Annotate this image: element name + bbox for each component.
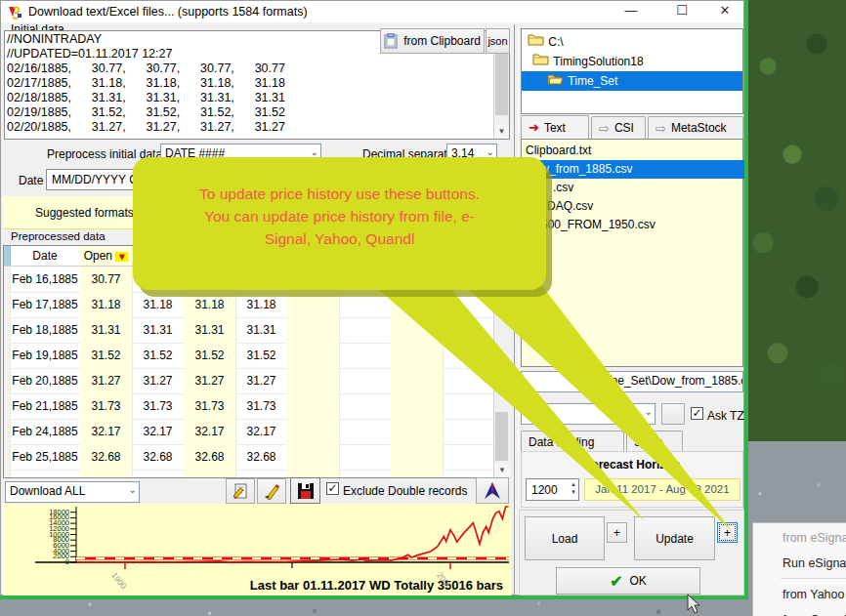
update-context-menu[interactable]: from eSignalRun eSignal Data Managerfrom… xyxy=(752,522,846,616)
tab-metastock[interactable]: ⇨ MetaStock xyxy=(648,116,743,139)
value-cell xyxy=(443,444,495,470)
outline-arrow-icon: ⇨ xyxy=(656,121,666,136)
edit-data-button[interactable] xyxy=(226,478,255,504)
exclude-doubles-label: Exclude Double records xyxy=(343,484,467,498)
chevron-down-icon: ⌄ xyxy=(733,374,740,385)
date-cell: Feb 20,1885 xyxy=(10,368,81,393)
tree-item[interactable]: C:\ xyxy=(522,32,742,52)
tree-item-label: TimingSolution18 xyxy=(553,55,643,68)
ask-tz-checkbox[interactable]: ✓ xyxy=(691,407,703,420)
outline-arrow-icon: ⇨ xyxy=(599,121,610,136)
value-cell xyxy=(339,343,392,368)
price-history-chart: Last bar 01.11.2017 WD Totally 35016 bar… xyxy=(3,504,511,595)
value-cell xyxy=(287,419,340,444)
scroll-down-icon[interactable]: ▼ xyxy=(494,464,510,477)
suggested-formats-label: Suggested formats xyxy=(35,206,134,220)
menu-separator xyxy=(781,578,846,579)
app-logo-icon xyxy=(7,4,22,20)
forecast-bars-spinner[interactable]: 1200 ▲▼ xyxy=(526,478,579,501)
table-row[interactable]: Feb 24,188532.1732.1732.1732.17 xyxy=(4,419,494,445)
maximize-button[interactable]: ☐ xyxy=(665,1,698,22)
menu-item[interactable]: Run eSignal Data Manager xyxy=(753,551,846,576)
value-cell xyxy=(443,343,495,368)
price-series-line xyxy=(76,507,509,562)
ok-button[interactable]: ✔ OK xyxy=(556,567,700,595)
file-list-item[interactable]: Clipboard.txt xyxy=(522,142,746,160)
tree-item-label: C:\ xyxy=(548,35,563,49)
file-list-item[interactable]: 500_FROM_1950.csv xyxy=(522,216,762,234)
folder-tree[interactable]: C:\ TimingSolution18 Time_Set xyxy=(521,28,743,114)
date-column-header[interactable]: Date xyxy=(10,246,81,266)
from-clipboard-label: from Clipboard xyxy=(403,34,481,48)
table-row[interactable]: Feb 17,188531.1831.1831.1831.18 xyxy=(4,292,494,318)
value-cell xyxy=(339,368,392,393)
load-button[interactable]: Load xyxy=(525,516,605,560)
from-clipboard-button[interactable]: from Clipboard xyxy=(380,28,485,54)
title-bar[interactable]: Download text/Excel files... (supports 1… xyxy=(1,1,743,22)
table-row[interactable]: Feb 19,188531.5231.5231.5231.52 xyxy=(4,343,494,369)
open-column-header[interactable]: Open ▼ xyxy=(80,246,133,266)
scroll-down-icon[interactable]: ▼ xyxy=(494,125,509,139)
file-list-item[interactable]: DAQ.csv xyxy=(522,197,768,216)
tree-item-label: Time_Set xyxy=(568,74,617,88)
tab-splits[interactable]: Splits xyxy=(626,431,683,452)
blue-arrow-icon xyxy=(482,481,503,501)
value-cell xyxy=(339,419,392,444)
tree-item[interactable]: Time_Set xyxy=(522,71,742,91)
tab-text[interactable]: ➜ Text xyxy=(521,115,589,139)
chart-view-button[interactable] xyxy=(476,477,509,504)
preprocessed-data-label: Preprocessed data xyxy=(11,230,106,242)
value-cell xyxy=(287,368,340,393)
spinner-arrows-icon[interactable]: ▲▼ xyxy=(571,480,576,496)
mouse-cursor xyxy=(684,594,703,616)
table-row[interactable]: Feb 21,188531.7331.7331.7331.73 xyxy=(4,393,494,420)
close-button[interactable]: ✕ xyxy=(708,1,741,22)
table-row[interactable]: Feb 25,188532.6832.6832.6832.68 xyxy=(4,444,494,471)
date-format-label: Date xyxy=(19,174,43,187)
value-cell: 30.77 xyxy=(80,267,133,292)
json-button[interactable]: json xyxy=(486,28,510,54)
value-cell xyxy=(287,444,340,470)
window-title: Download text/Excel files... (supports 1… xyxy=(28,5,308,19)
table-row[interactable]: Feb 18,188531.3131.3131.3131.31 xyxy=(4,317,494,344)
file-list-item[interactable]: .csv xyxy=(522,179,774,197)
timezone-select[interactable]: ⌄ xyxy=(521,403,656,425)
menu-item[interactable]: from Quandl.com xyxy=(753,607,846,616)
minimize-button[interactable]: — xyxy=(614,1,648,22)
table-row[interactable]: Feb 20,188531.2731.2731.2731.27 xyxy=(4,368,494,394)
help-balloon-line: You can update price history from file, … xyxy=(139,205,540,227)
exclude-doubles-checkbox[interactable]: ✓ xyxy=(326,482,339,495)
download-mode-select[interactable]: Download ALL ⌄ xyxy=(5,481,140,503)
value-cell: 32.68 xyxy=(80,444,133,470)
timezone-extra-button[interactable] xyxy=(661,403,685,425)
value-cell xyxy=(339,444,392,470)
date-cell: Feb 24,1885 xyxy=(10,419,81,444)
value-cell xyxy=(339,292,392,317)
menu-item[interactable]: from Yahoo finance xyxy=(753,582,846,607)
value-cell xyxy=(339,470,392,478)
tab-data-loading[interactable]: Data loading xyxy=(521,431,624,452)
save-button[interactable] xyxy=(290,477,320,504)
table-row[interactable]: Feb 26,188533.1733.1733.1733.17 xyxy=(4,470,494,478)
clear-data-button[interactable] xyxy=(257,478,286,504)
update-plus-button[interactable]: + xyxy=(717,522,738,543)
value-cell: 32.17 xyxy=(184,419,236,444)
scrollbar-thumb[interactable] xyxy=(495,412,508,461)
update-button[interactable]: Update xyxy=(634,516,715,560)
scrollbar-thumb[interactable] xyxy=(495,51,508,115)
tab-csi-label: CSI xyxy=(614,121,634,135)
load-plus-button[interactable]: + xyxy=(607,522,627,543)
screenshot-root: { "window": { "title": "Download text/Ex… xyxy=(0,0,846,616)
tab-csi[interactable]: ⇨ CSI xyxy=(591,116,646,139)
date-cell: Feb 25,1885 xyxy=(10,444,81,470)
sort-desc-icon[interactable]: ▼ xyxy=(115,252,128,262)
value-cell: 31.31 xyxy=(132,317,185,343)
file-path-select[interactable]: 18\Time_Set\Dow_from_1885.csv ⌄ xyxy=(521,371,743,392)
file-list-item[interactable]: Dow_from_1885.csv xyxy=(522,160,746,179)
value-cell: 31.31 xyxy=(80,317,133,343)
date-cell: Feb 16,1885 xyxy=(10,267,81,292)
file-list[interactable]: Clipboard.txtDow_from_1885.csv.csvDAQ.cs… xyxy=(521,139,743,367)
tree-item[interactable]: TimingSolution18 xyxy=(522,52,742,71)
value-cell xyxy=(443,419,495,444)
value-cell: 31.73 xyxy=(184,393,236,419)
